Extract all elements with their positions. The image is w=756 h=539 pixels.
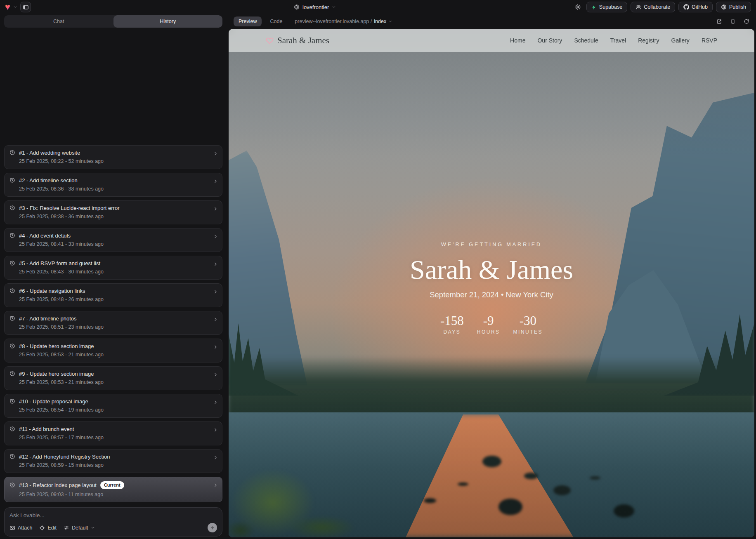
history-clock-icon: [9, 398, 15, 404]
mode-select[interactable]: Default: [64, 525, 95, 531]
history-item[interactable]: #1 - Add wedding website 25 Feb 2025, 08…: [4, 145, 222, 169]
history-item-timestamp: 25 Feb 2025, 08:57 - 17 minutes ago: [19, 435, 210, 440]
history-item-title: #6 - Update navigation links: [19, 288, 85, 294]
composer-actions: Attach Edit Default: [9, 523, 217, 532]
history-item-title: #8 - Update hero section image: [19, 343, 94, 349]
settings-button[interactable]: [572, 2, 583, 12]
history-item[interactable]: #6 - Update navigation links 25 Feb 2025…: [4, 283, 222, 307]
hero-subtitle: September 21, 2024 • New York City: [229, 290, 754, 299]
history-item[interactable]: #10 - Update proposal image 25 Feb 2025,…: [4, 394, 222, 418]
supabase-button[interactable]: Supabase: [586, 2, 627, 12]
heart-outline-icon: [266, 37, 274, 45]
history-item[interactable]: #13 - Refactor index page layout Current…: [4, 477, 222, 502]
github-button[interactable]: GitHub: [678, 2, 713, 12]
history-item-timestamp: 25 Feb 2025, 09:03 - 11 minutes ago: [19, 492, 210, 497]
history-clock-icon: [9, 426, 15, 432]
history-clock-icon: [9, 150, 15, 155]
preview-url[interactable]: preview--lovefrontier.lovable.app / inde…: [295, 19, 392, 24]
history-item[interactable]: #7 - Add timeline photos 25 Feb 2025, 08…: [4, 311, 222, 335]
tab-code[interactable]: Code: [267, 16, 286, 26]
arrow-up-icon: [210, 525, 215, 530]
chat-panel: Chat History #1 - Add wedding website 25…: [0, 14, 227, 539]
hero-content: WE'RE GETTING MARRIED Sarah & James Sept…: [229, 242, 754, 335]
history-item-title: #2 - Add timeline section: [19, 177, 78, 184]
publish-label: Publish: [729, 4, 746, 10]
history-item-head: #5 - Add RSVP form and guest list: [9, 260, 210, 266]
send-button[interactable]: [208, 523, 217, 532]
logo-chevron-down-icon[interactable]: [13, 5, 17, 9]
history-item-head: #10 - Update proposal image: [9, 398, 210, 405]
history-item-head: #11 - Add brunch event: [9, 426, 210, 432]
history-item[interactable]: #5 - Add RSVP form and guest list 25 Feb…: [4, 256, 222, 280]
top-bar: ♥ lovefrontier Supabase: [0, 0, 756, 14]
image-icon: [9, 525, 15, 531]
tab-chat[interactable]: Chat: [4, 15, 113, 28]
mobile-view-button[interactable]: [730, 19, 736, 24]
history-item-timestamp: 25 Feb 2025, 08:36 - 38 minutes ago: [19, 186, 210, 192]
countdown-value: -30: [513, 313, 543, 328]
history-item-head: #3 - Fix: Resolve Lucide-react import er…: [9, 205, 210, 211]
history-item-title: #7 - Add timeline photos: [19, 315, 76, 322]
edit-button[interactable]: Edit: [39, 525, 57, 531]
nav-link[interactable]: Home: [510, 37, 525, 44]
attach-button[interactable]: Attach: [9, 525, 32, 531]
site-logo-text: Sarah & James: [277, 35, 329, 46]
site-nav: Home Our Story Schedule Travel Registry …: [510, 37, 717, 44]
publish-button[interactable]: Publish: [716, 2, 751, 12]
refresh-button[interactable]: [744, 19, 749, 24]
history-clock-icon: [9, 205, 15, 211]
nav-link[interactable]: Our Story: [537, 37, 562, 44]
nav-link[interactable]: Registry: [638, 37, 659, 44]
project-chevron-down-icon: [332, 5, 336, 9]
tab-history[interactable]: History: [113, 15, 223, 28]
history-item-timestamp: 25 Feb 2025, 08:54 - 19 minutes ago: [19, 407, 210, 413]
topbar-actions: Supabase Collaborate GitHub Publish: [572, 2, 751, 12]
attach-label: Attach: [18, 525, 32, 531]
history-item[interactable]: #2 - Add timeline section 25 Feb 2025, 0…: [4, 173, 222, 197]
history-item-title: #10 - Update proposal image: [19, 398, 88, 405]
history-clock-icon: [9, 177, 15, 183]
sliders-icon: [64, 525, 69, 531]
history-item-timestamp: 25 Feb 2025, 08:48 - 26 minutes ago: [19, 297, 210, 302]
panel-tabs: Chat History: [4, 15, 222, 28]
countdown-item: -30 MINUTES: [513, 313, 543, 335]
chevron-right-icon: [213, 289, 218, 294]
collaborate-button[interactable]: Collaborate: [631, 2, 675, 12]
history-item-title: #9 - Update hero section image: [19, 371, 94, 377]
chevron-right-icon: [213, 427, 218, 433]
history-item[interactable]: #3 - Fix: Resolve Lucide-react import er…: [4, 200, 222, 224]
target-icon: [39, 525, 45, 531]
chat-input[interactable]: [9, 512, 217, 518]
countdown-label: HOURS: [477, 329, 500, 335]
history-clock-icon: [9, 482, 15, 488]
history-item-head: #9 - Update hero section image: [9, 371, 210, 377]
nav-link[interactable]: Travel: [610, 37, 626, 44]
sidebar-toggle-button[interactable]: [20, 2, 31, 12]
nav-link[interactable]: RSVP: [702, 37, 717, 44]
current-badge: Current: [100, 481, 124, 489]
history-item-timestamp: 25 Feb 2025, 08:53 - 21 minutes ago: [19, 379, 210, 385]
history-item-title: #11 - Add brunch event: [19, 426, 74, 432]
history-item[interactable]: #11 - Add brunch event 25 Feb 2025, 08:5…: [4, 421, 222, 445]
site-logo[interactable]: Sarah & James: [266, 35, 329, 46]
history-item-timestamp: 25 Feb 2025, 08:51 - 23 minutes ago: [19, 324, 210, 330]
lovable-logo-icon[interactable]: ♥: [5, 2, 10, 12]
history-item-title: #1 - Add wedding website: [19, 150, 80, 156]
github-icon: [683, 4, 689, 10]
history-item-timestamp: 25 Feb 2025, 08:41 - 33 minutes ago: [19, 241, 210, 247]
history-item[interactable]: #8 - Update hero section image 25 Feb 20…: [4, 339, 222, 362]
hero-title: Sarah & James: [229, 254, 754, 285]
history-item[interactable]: #12 - Add Honeyfund Registry Section 25 …: [4, 449, 222, 473]
nav-link[interactable]: Gallery: [671, 37, 690, 44]
url-chevron-down-icon: [388, 19, 392, 24]
countdown-item: -9 HOURS: [477, 313, 500, 335]
nav-link[interactable]: Schedule: [574, 37, 598, 44]
open-external-button[interactable]: [716, 19, 722, 24]
countdown: -158 DAYS -9 HOURS -30 MINUTES: [229, 313, 754, 335]
history-item-head: #7 - Add timeline photos: [9, 315, 210, 322]
history-clock-icon: [9, 288, 15, 294]
history-item[interactable]: #4 - Add event details 25 Feb 2025, 08:4…: [4, 228, 222, 252]
history-item[interactable]: #9 - Update hero section image 25 Feb 20…: [4, 366, 222, 390]
tab-preview[interactable]: Preview: [234, 16, 262, 26]
project-selector[interactable]: lovefrontier: [294, 0, 336, 14]
